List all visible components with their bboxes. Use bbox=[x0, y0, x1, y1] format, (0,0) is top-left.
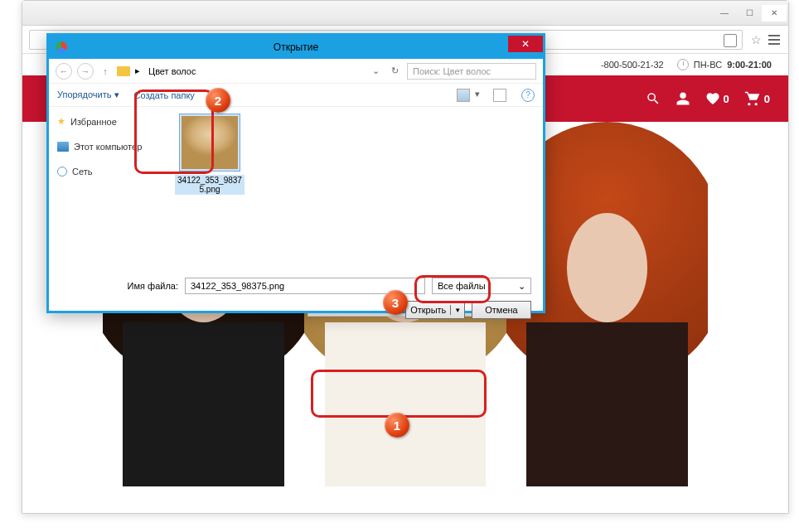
nav-up-icon[interactable]: ↑ bbox=[99, 65, 112, 78]
folder-icon bbox=[117, 66, 130, 76]
help-icon[interactable]: ? bbox=[521, 89, 535, 102]
sidebar-item-label: Сеть bbox=[72, 167, 92, 177]
file-open-dialog: Открытие ✕ ← → ↑ ▸ Цвет волос ⌄ ↻ Поиск:… bbox=[46, 33, 545, 313]
search-input[interactable]: Поиск: Цвет волос bbox=[407, 63, 536, 80]
minimize-button[interactable]: — bbox=[712, 5, 737, 22]
view-mode-icon[interactable] bbox=[457, 89, 470, 102]
sidebar-item-label: Избранное bbox=[70, 117, 117, 127]
dialog-title: Открытие bbox=[274, 41, 318, 53]
file-list: 34122_353_98375.png bbox=[168, 107, 543, 269]
cancel-button[interactable]: Отмена bbox=[472, 301, 531, 319]
network-icon bbox=[57, 167, 67, 177]
dialog-sidebar: ★ Избранное Этот компьютер Сеть bbox=[49, 107, 168, 269]
file-name-label: 34122_353_98375.png bbox=[175, 175, 245, 195]
cart-icon[interactable]: 0 bbox=[744, 90, 770, 107]
organize-menu[interactable]: Упорядочить ▾ bbox=[57, 89, 119, 100]
phone-number: -800-500-21-32 bbox=[601, 60, 664, 70]
maximize-button[interactable]: ☐ bbox=[737, 5, 762, 22]
sidebar-item-computer[interactable]: Этот компьютер bbox=[57, 139, 160, 154]
computer-icon bbox=[57, 142, 69, 152]
bookmark-icon[interactable]: ☆ bbox=[751, 33, 762, 46]
dialog-footer: Имя файла: Все файлы ⌄ Открыть ▼ Отмена bbox=[49, 269, 543, 334]
path-dropdown-icon[interactable]: ⌄ bbox=[369, 65, 383, 76]
star-icon: ★ bbox=[57, 116, 65, 127]
nav-back-icon[interactable]: ← bbox=[56, 63, 72, 80]
cart-count: 0 bbox=[764, 93, 770, 105]
nav-forward-icon[interactable]: → bbox=[77, 63, 94, 80]
hours-label: ПН-ВС bbox=[694, 60, 722, 70]
file-thumbnail[interactable]: 34122_353_98375.png bbox=[175, 114, 245, 195]
open-dropdown-icon[interactable]: ▼ bbox=[451, 307, 464, 314]
browser-titlebar: — ☐ ✕ bbox=[22, 1, 788, 26]
filetype-filter[interactable]: Все файлы ⌄ bbox=[432, 278, 531, 294]
filename-label: Имя файла: bbox=[128, 281, 178, 291]
chrome-icon bbox=[56, 41, 67, 53]
preview-pane-icon[interactable] bbox=[493, 89, 506, 102]
open-button[interactable]: Открыть ▼ bbox=[405, 301, 465, 319]
sidebar-item-network[interactable]: Сеть bbox=[57, 164, 160, 179]
hours-value: 9:00-21:00 bbox=[727, 60, 772, 70]
chrome-menu-icon[interactable] bbox=[767, 32, 782, 47]
view-dropdown-icon[interactable]: ▾ bbox=[475, 89, 488, 102]
account-icon[interactable] bbox=[676, 91, 690, 106]
dialog-toolbar: Упорядочить ▾ Создать папку ▾ ? bbox=[49, 84, 543, 107]
wishlist-count: 0 bbox=[724, 93, 729, 105]
sidebar-item-favorites[interactable]: ★ Избранное bbox=[57, 114, 160, 129]
refresh-icon[interactable]: ↻ bbox=[388, 65, 402, 76]
search-icon[interactable] bbox=[646, 91, 661, 106]
filter-label: Все файлы bbox=[438, 281, 486, 291]
wishlist-icon[interactable]: 0 bbox=[705, 91, 729, 106]
clock-icon bbox=[677, 59, 689, 70]
dialog-titlebar: Открытие ✕ bbox=[49, 36, 543, 59]
new-folder-button[interactable]: Создать папку bbox=[134, 90, 195, 100]
dialog-close-button[interactable]: ✕ bbox=[508, 36, 543, 52]
close-button[interactable]: ✕ bbox=[762, 5, 787, 22]
dialog-nav-bar: ← → ↑ ▸ Цвет волос ⌄ ↻ Поиск: Цвет волос bbox=[49, 59, 543, 84]
filename-input[interactable] bbox=[185, 278, 425, 294]
sidebar-item-label: Этот компьютер bbox=[74, 142, 142, 152]
path-breadcrumb[interactable]: Цвет волос bbox=[145, 66, 364, 76]
chevron-down-icon: ⌄ bbox=[518, 281, 525, 292]
